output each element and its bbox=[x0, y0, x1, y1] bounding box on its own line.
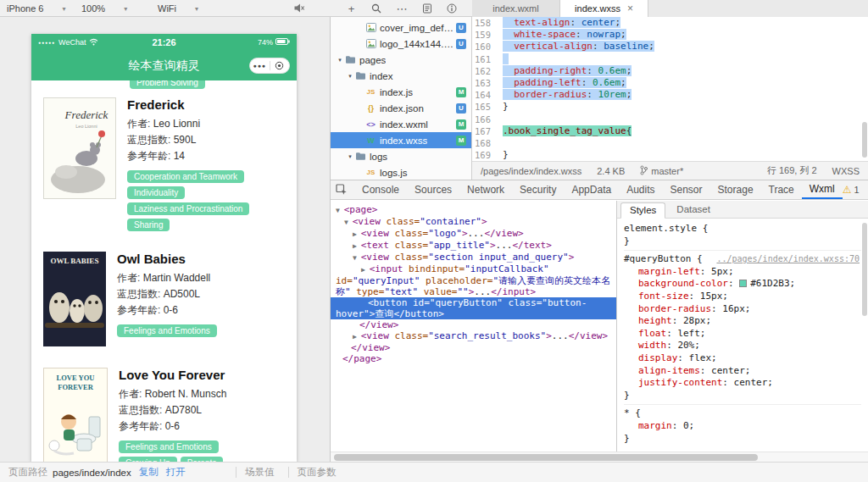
editor-scrollbar[interactable] bbox=[861, 17, 868, 161]
css-property[interactable]: align-items: center; bbox=[624, 365, 861, 378]
wxml-node[interactable]: ▼ <page> bbox=[336, 204, 616, 216]
horizontal-scrollbar[interactable] bbox=[331, 452, 868, 462]
folder-arrow-icon[interactable]: ▾ bbox=[346, 73, 354, 80]
color-swatch[interactable] bbox=[739, 280, 747, 287]
expand-arrow-icon[interactable]: ▼ bbox=[353, 254, 361, 262]
wxml-node[interactable]: ▶ <view class="search_result_books">...<… bbox=[336, 330, 616, 342]
wxml-node[interactable]: ▶ <text class="app_title">...</text> bbox=[336, 240, 616, 252]
editor-tab-index.wxss[interactable]: index.wxss× bbox=[560, 0, 648, 17]
plus-icon[interactable]: + bbox=[346, 3, 358, 14]
css-selector[interactable]: element.style { bbox=[624, 223, 708, 235]
file-tree-item-logo-144x144.png[interactable]: logo_144x144.pngU bbox=[331, 36, 471, 52]
devtools-tab-storage[interactable]: Storage bbox=[710, 180, 761, 199]
file-tree-item-index[interactable]: ▾index bbox=[331, 68, 471, 84]
info-icon[interactable] bbox=[446, 3, 458, 14]
file-tree-item-index.wxml[interactable]: <>index.wxmlM bbox=[331, 116, 471, 132]
collapse-arrow-icon[interactable]: ▶ bbox=[361, 266, 370, 274]
wxml-node[interactable]: </view> bbox=[336, 342, 616, 353]
code-line-165[interactable]: 165} bbox=[472, 101, 868, 113]
devtools-tab-trace[interactable]: Trace bbox=[761, 180, 802, 199]
css-property[interactable]: font-size: 15px; bbox=[624, 291, 861, 303]
editor-scrollbar-thumb[interactable] bbox=[862, 122, 867, 158]
code-line-161[interactable]: 161 bbox=[472, 53, 868, 65]
language-mode[interactable]: WXSS bbox=[832, 166, 860, 176]
book-list-item[interactable]: LOVE YOU FOREVER Love You Forever作者: Rob… bbox=[31, 368, 297, 462]
copy-link[interactable]: 复制 bbox=[139, 466, 159, 479]
css-property[interactable]: background-color: #61D2B3; bbox=[624, 278, 861, 291]
styles-pane-tab-dataset[interactable]: Dataset bbox=[667, 202, 720, 218]
folder-arrow-icon[interactable]: ▾ bbox=[336, 57, 344, 64]
mute-icon[interactable] bbox=[293, 3, 305, 16]
minimize-icon[interactable] bbox=[270, 61, 290, 70]
git-branch[interactable]: master* bbox=[640, 165, 683, 177]
file-tree-item-logs[interactable]: ▾logs bbox=[331, 148, 471, 164]
css-property[interactable]: height: 28px; bbox=[624, 315, 861, 328]
devtools-tab-console[interactable]: Console bbox=[354, 180, 407, 199]
wxml-node[interactable]: ▼ <view class="section input_and_query"> bbox=[336, 252, 616, 263]
css-property[interactable]: margin-left: 5px; bbox=[624, 266, 861, 279]
collapse-arrow-icon[interactable]: ▶ bbox=[353, 230, 361, 238]
code-line-168[interactable]: 168 bbox=[472, 137, 868, 149]
devtools-tab-appdata[interactable]: AppData bbox=[564, 180, 619, 199]
styles-scrollbar[interactable] bbox=[861, 219, 868, 452]
file-tree-item-cover-img-defaul...[interactable]: cover_img_defaul...U bbox=[331, 19, 471, 36]
collapse-arrow-icon[interactable]: ▶ bbox=[353, 333, 361, 341]
open-link[interactable]: 打开 bbox=[166, 466, 186, 479]
wxml-node[interactable]: </page> bbox=[336, 353, 616, 364]
code-line-163[interactable]: 163 padding-left: 0.6em; bbox=[472, 77, 868, 89]
code-line-166[interactable]: 166 bbox=[472, 114, 868, 125]
inspect-element-icon[interactable] bbox=[336, 184, 348, 196]
collapse-arrow-icon[interactable]: ▶ bbox=[353, 242, 361, 250]
code-line-160[interactable]: 160 vertical-align: baseline; bbox=[472, 41, 868, 53]
device-select[interactable]: iPhone 6 ▾ bbox=[7, 0, 65, 17]
warning-badge[interactable]: ⚠ 1 bbox=[843, 184, 860, 196]
css-property[interactable]: width: 20%; bbox=[624, 340, 861, 352]
file-tree-item-pages[interactable]: ▾pages bbox=[331, 52, 471, 68]
devtools-tab-wxml[interactable]: Wxml bbox=[802, 180, 843, 199]
code-line-162[interactable]: 162 padding-right: 0.6em; bbox=[472, 65, 868, 77]
code-line-169[interactable]: 169} bbox=[472, 149, 868, 161]
code-line-164[interactable]: 164 border-radius: 10rem; bbox=[472, 89, 868, 101]
wxml-node[interactable]: ▶ <input bindinput="inputCallback" id="q… bbox=[336, 263, 616, 297]
expand-arrow-icon[interactable]: ▼ bbox=[336, 207, 344, 214]
file-tree-item-index.wxss[interactable]: Windex.wxssM bbox=[331, 132, 471, 148]
file-tree-item-index.json[interactable]: {}index.jsonU bbox=[331, 100, 471, 116]
folder-arrow-icon[interactable]: ▾ bbox=[346, 153, 354, 160]
book-list-item[interactable]: Frederick Leo Lionni Frederick作者: Leo Li… bbox=[31, 97, 297, 233]
wxml-node[interactable]: ▶ <view class="logo">...</view> bbox=[336, 228, 616, 240]
code-line-159[interactable]: 159 white-space: nowrap; bbox=[472, 29, 868, 41]
css-property[interactable]: margin: 0; bbox=[624, 420, 861, 433]
styles-scrollbar-thumb[interactable] bbox=[862, 223, 867, 316]
list-icon[interactable] bbox=[421, 3, 433, 14]
more-icon[interactable]: ⋯ bbox=[396, 3, 408, 14]
book-list-item[interactable]: OWL BABIES Owl Babies作者: Martin Waddell蓝… bbox=[31, 252, 297, 349]
code-line-158[interactable]: 158 text-align: center; bbox=[472, 17, 868, 29]
devtools-tab-sources[interactable]: Sources bbox=[407, 180, 459, 199]
wxml-node[interactable]: ▼ <view class="container"> bbox=[336, 216, 616, 228]
devtools-tab-sensor[interactable]: Sensor bbox=[663, 180, 710, 199]
wxml-node[interactable]: </view> bbox=[336, 319, 616, 330]
close-tab-icon[interactable]: × bbox=[627, 3, 633, 14]
expand-arrow-icon[interactable]: ▼ bbox=[344, 219, 353, 226]
styles-pane-tab-styles[interactable]: Styles bbox=[620, 202, 665, 219]
search-icon[interactable] bbox=[370, 3, 382, 14]
css-property[interactable]: justify-content: center; bbox=[624, 377, 861, 390]
wxml-node-selected[interactable]: <button id="queryButton" class="button-h… bbox=[331, 297, 616, 319]
file-tree-item-logs.js[interactable]: JSlogs.js bbox=[331, 164, 471, 180]
devtools-tab-security[interactable]: Security bbox=[512, 180, 564, 199]
css-selector[interactable]: #queryButton { bbox=[624, 253, 703, 266]
css-property[interactable]: float: left; bbox=[624, 328, 861, 341]
devtools-tab-audits[interactable]: Audits bbox=[619, 180, 662, 199]
devtools-tab-network[interactable]: Network bbox=[459, 180, 512, 199]
stylesheet-link[interactable]: ../pages/index/index.wxss:70 bbox=[716, 253, 861, 266]
css-selector[interactable]: * { bbox=[624, 407, 641, 420]
network-select[interactable]: WiFi ▾ bbox=[158, 0, 198, 17]
horizontal-scrollbar-thumb[interactable] bbox=[334, 454, 758, 461]
editor-tab-index.wxml[interactable]: index.wxml bbox=[472, 0, 560, 17]
css-property[interactable]: border-radius: 16px; bbox=[624, 303, 861, 316]
more-dots-icon[interactable]: ●●● bbox=[250, 63, 270, 69]
file-tree-item-index.js[interactable]: JSindex.jsM bbox=[331, 84, 471, 100]
capsule-menu[interactable]: ●●● bbox=[249, 58, 290, 74]
code-area[interactable]: 158 text-align: center;159 white-space: … bbox=[472, 17, 868, 161]
cursor-position[interactable]: 行 169, 列 2 bbox=[767, 164, 817, 177]
